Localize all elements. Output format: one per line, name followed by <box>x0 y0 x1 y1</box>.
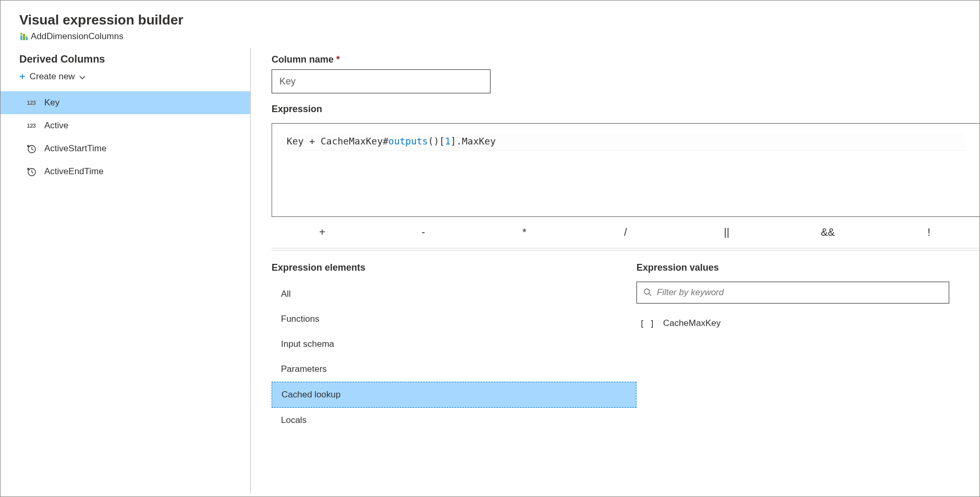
elements-list: All Functions Input schema Parameters Ca… <box>272 282 636 433</box>
number-type-icon: 123 <box>26 123 37 129</box>
svg-line-7 <box>649 294 651 296</box>
element-functions[interactable]: Functions <box>272 307 636 332</box>
op-multiply[interactable]: * <box>474 226 575 238</box>
chevron-down-icon <box>79 73 87 80</box>
value-label: CacheMaxKey <box>663 318 721 329</box>
operator-bar: + - * / || && ! <box>251 217 979 248</box>
filter-box[interactable] <box>636 282 949 304</box>
expression-label: Expression <box>272 104 979 115</box>
required-asterisk: * <box>336 54 340 65</box>
create-new-label: Create new <box>30 71 75 82</box>
datetime-type-icon <box>26 166 37 177</box>
column-item-activeendtime[interactable]: ActiveEndTime <box>1 160 250 183</box>
op-divide[interactable]: / <box>575 226 676 238</box>
op-and[interactable]: && <box>777 226 878 238</box>
expression-elements-panel: Expression elements All Functions Input … <box>272 262 636 433</box>
main: Column name * Expression Key + CacheMaxK… <box>251 48 979 494</box>
create-new-button[interactable]: + Create new <box>1 69 250 91</box>
column-label: Key <box>44 98 59 108</box>
element-parameters[interactable]: Parameters <box>272 357 636 382</box>
column-label: ActiveStartTime <box>44 143 106 154</box>
values-heading: Expression values <box>636 262 959 273</box>
column-name-field: Column name * <box>251 54 979 104</box>
column-item-key[interactable]: 123 Key <box>1 91 250 114</box>
column-label: ActiveEndTime <box>44 166 104 177</box>
filter-input[interactable] <box>657 287 942 298</box>
page-title: Visual expression builder <box>19 12 961 28</box>
sidebar: Derived Columns + Create new 123 Key 123… <box>1 48 251 494</box>
column-name-label: Column name * <box>272 54 979 65</box>
svg-rect-0 <box>20 35 22 40</box>
value-item[interactable]: [ ] CacheMaxKey <box>636 316 959 331</box>
expression-editor[interactable]: Key + CacheMaxKey#outputs()[1].MaxKey <box>272 123 979 217</box>
breadcrumb: AddDimensionColumns <box>19 31 961 42</box>
column-name-input[interactable] <box>272 69 491 93</box>
column-item-activestarttime[interactable]: ActiveStartTime <box>1 137 250 160</box>
element-locals[interactable]: Locals <box>272 408 636 433</box>
op-not[interactable]: ! <box>878 226 979 238</box>
elements-heading: Expression elements <box>272 262 636 273</box>
lower-panels: Expression elements All Functions Input … <box>272 251 979 433</box>
plus-icon: + <box>19 71 26 82</box>
array-type-icon: [ ] <box>640 319 655 329</box>
element-input-schema[interactable]: Input schema <box>272 332 636 357</box>
op-or[interactable]: || <box>676 226 777 238</box>
svg-point-3 <box>20 33 22 35</box>
expression-field: Expression <box>251 104 979 123</box>
element-all[interactable]: All <box>272 282 636 307</box>
svg-point-6 <box>644 289 650 294</box>
search-icon <box>643 288 652 298</box>
op-plus[interactable]: + <box>272 226 373 238</box>
breadcrumb-label: AddDimensionColumns <box>31 31 124 42</box>
expression-values-panel: Expression values [ ] CacheMaxKey <box>636 262 979 433</box>
element-cached-lookup[interactable]: Cached lookup <box>272 382 636 408</box>
svg-rect-1 <box>23 34 25 40</box>
op-minus[interactable]: - <box>373 226 474 238</box>
datetime-type-icon <box>26 143 37 154</box>
svg-rect-2 <box>26 37 28 40</box>
sidebar-heading: Derived Columns <box>1 52 250 69</box>
column-item-active[interactable]: 123 Active <box>1 114 250 137</box>
column-label: Active <box>44 120 68 131</box>
app-root: Visual expression builder AddDimensionCo… <box>0 0 980 497</box>
column-list: 123 Key 123 Active ActiveStartTime <box>1 91 250 183</box>
derived-columns-icon <box>19 32 29 41</box>
number-type-icon: 123 <box>26 100 37 106</box>
header: Visual expression builder AddDimensionCo… <box>1 1 979 48</box>
